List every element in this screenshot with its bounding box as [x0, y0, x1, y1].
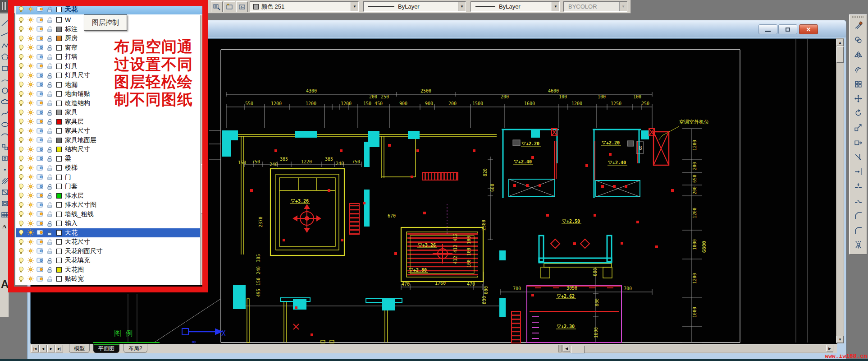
- bulb-on-icon[interactable]: [18, 35, 25, 42]
- tab-模型[interactable]: 模型: [69, 344, 90, 353]
- unlock-icon[interactable]: [46, 136, 54, 144]
- erase-button[interactable]: [852, 19, 864, 32]
- vertical-scroll-thumb[interactable]: [836, 46, 844, 63]
- trim-button[interactable]: [852, 151, 864, 163]
- viewport-freeze-icon[interactable]: [37, 109, 44, 116]
- unlock-icon[interactable]: [46, 155, 54, 162]
- polygon-icon[interactable]: [1, 53, 8, 60]
- viewport-freeze-icon[interactable]: [37, 275, 44, 283]
- bulb-on-icon[interactable]: [18, 266, 25, 273]
- viewport-freeze-icon[interactable]: [37, 238, 44, 246]
- region-icon[interactable]: [1, 199, 8, 207]
- bulb-on-icon[interactable]: [18, 136, 25, 144]
- layer-row-天花图[interactable]: 天花图: [16, 265, 201, 275]
- scroll-down-icon[interactable]: ▼: [836, 336, 844, 343]
- sun-thaw-icon[interactable]: [27, 229, 35, 236]
- sun-thaw-icon[interactable]: [27, 266, 35, 273]
- sun-thaw-icon[interactable]: [27, 238, 35, 246]
- sun-thaw-icon[interactable]: [27, 109, 35, 116]
- chevron-down-icon[interactable]: ▼: [552, 2, 559, 11]
- scroll-up-icon[interactable]: ▲: [836, 39, 844, 46]
- tab-prev-button[interactable]: ◀: [39, 345, 47, 352]
- layer-row-门[interactable]: 门: [16, 173, 201, 182]
- bulb-on-icon[interactable]: [18, 44, 25, 51]
- sun-thaw-icon[interactable]: [27, 164, 35, 172]
- hatch-icon[interactable]: [1, 177, 8, 184]
- viewport-freeze-icon[interactable]: [37, 257, 44, 264]
- layer-properties-button[interactable]: [211, 1, 223, 12]
- lineweight-control-combo[interactable]: ByLayer ▼: [471, 1, 560, 12]
- circle-icon[interactable]: [1, 87, 8, 94]
- bulb-on-icon[interactable]: [18, 257, 25, 264]
- gradient-icon[interactable]: [1, 188, 8, 195]
- line-icon[interactable]: [1, 19, 8, 26]
- viewport-freeze-icon[interactable]: [37, 90, 44, 98]
- vertical-scrollbar[interactable]: ▲ ▼: [836, 38, 844, 343]
- unlock-icon[interactable]: [46, 257, 54, 264]
- sun-thaw-icon[interactable]: [27, 62, 35, 70]
- sun-thaw-icon[interactable]: [27, 155, 35, 162]
- sun-thaw-icon[interactable]: [27, 220, 35, 227]
- sun-thaw-icon[interactable]: [27, 44, 35, 51]
- unlock-icon[interactable]: [46, 192, 54, 199]
- unlock-icon[interactable]: [46, 284, 54, 285]
- sun-thaw-icon[interactable]: [27, 118, 35, 125]
- sun-thaw-icon[interactable]: [27, 173, 35, 181]
- viewport-freeze-icon[interactable]: [37, 201, 44, 209]
- viewport-freeze-icon[interactable]: [37, 5, 44, 13]
- unlock-icon[interactable]: [46, 118, 54, 125]
- bulb-on-icon[interactable]: [18, 210, 25, 218]
- linetype-control-combo[interactable]: ByLayer ▼: [363, 1, 466, 12]
- mirror-button[interactable]: [852, 49, 864, 61]
- viewport-freeze-icon[interactable]: [37, 266, 44, 273]
- make-object-layer-current-button[interactable]: [224, 1, 235, 12]
- unlock-icon[interactable]: [46, 201, 54, 209]
- offset-button[interactable]: [852, 63, 864, 75]
- extend-button[interactable]: [852, 166, 864, 178]
- sun-thaw-icon[interactable]: [27, 201, 35, 209]
- unlock-icon[interactable]: [46, 146, 54, 153]
- layer-row-排水层[interactable]: 排水层: [16, 191, 201, 201]
- layer-row-家具层[interactable]: 家具层: [16, 117, 201, 127]
- construction-line-icon[interactable]: [1, 30, 8, 37]
- bulb-on-icon[interactable]: [18, 53, 25, 61]
- unlock-icon[interactable]: [46, 62, 54, 70]
- bulb-on-icon[interactable]: [18, 109, 25, 116]
- sun-thaw-icon[interactable]: [27, 210, 35, 218]
- unlock-icon[interactable]: [46, 210, 54, 218]
- unlock-icon[interactable]: [46, 5, 54, 13]
- sun-thaw-icon[interactable]: [27, 99, 35, 107]
- toolbar-drag-handle[interactable]: [852, 16, 864, 18]
- layer-row-家具[interactable]: 家具: [16, 108, 201, 117]
- sun-thaw-icon[interactable]: [27, 72, 35, 79]
- dropdown-scrollbar[interactable]: [200, 15, 208, 285]
- viewport-freeze-icon[interactable]: [37, 127, 44, 135]
- viewport-freeze-icon[interactable]: [37, 183, 44, 190]
- bulb-on-icon[interactable]: [18, 183, 25, 190]
- arc-icon[interactable]: [1, 75, 8, 83]
- sun-thaw-icon[interactable]: [27, 284, 35, 285]
- viewport-freeze-icon[interactable]: [37, 229, 44, 236]
- sun-thaw-icon[interactable]: [27, 81, 35, 88]
- scroll-left-icon[interactable]: ◀: [563, 345, 570, 352]
- point-icon[interactable]: [1, 166, 8, 173]
- dropdown-scroll-thumb[interactable]: [201, 164, 207, 214]
- tab-scroll-splitter[interactable]: [558, 345, 562, 352]
- unlock-icon[interactable]: [46, 164, 54, 172]
- break-button[interactable]: [852, 195, 864, 207]
- layer-row-排水尺寸图[interactable]: 排水尺寸图: [16, 200, 201, 210]
- fillet-button[interactable]: [852, 224, 864, 236]
- make-block-icon[interactable]: [1, 154, 8, 162]
- sun-thaw-icon[interactable]: [27, 90, 35, 98]
- viewport-freeze-icon[interactable]: [37, 136, 44, 144]
- viewport-freeze-icon[interactable]: [37, 210, 44, 218]
- viewport-freeze-icon[interactable]: [37, 25, 44, 33]
- rectangle-icon[interactable]: [1, 64, 8, 71]
- unlock-icon[interactable]: [46, 99, 54, 107]
- unlock-icon[interactable]: [46, 81, 54, 88]
- bulb-on-icon[interactable]: [18, 229, 25, 236]
- horizontal-scrollbar[interactable]: ◀: [562, 345, 833, 352]
- color-control-combo[interactable]: 颜色 251 ▼: [250, 1, 359, 12]
- polyline-icon[interactable]: [1, 42, 8, 49]
- viewport-freeze-icon[interactable]: [37, 53, 44, 61]
